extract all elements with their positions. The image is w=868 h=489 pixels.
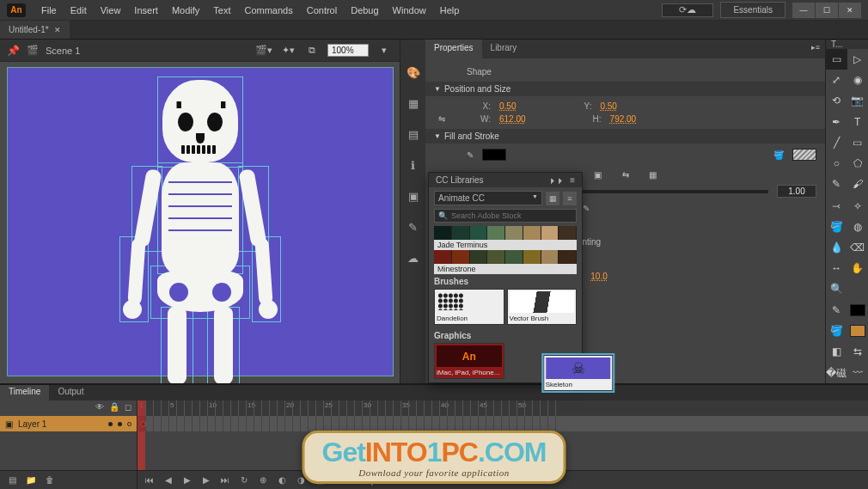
outline-column-icon[interactable]: ◻ bbox=[125, 402, 131, 414]
stroke-color[interactable]: ✎ bbox=[826, 300, 847, 321]
frame-cell[interactable] bbox=[215, 416, 223, 431]
color-panel-icon[interactable]: 🎨 bbox=[405, 64, 422, 81]
fill-color-icon[interactable]: 🪣 bbox=[773, 150, 784, 160]
color-swatch[interactable] bbox=[487, 250, 505, 264]
menu-commands[interactable]: Commands bbox=[237, 2, 299, 19]
bone-tool[interactable]: ⤙ bbox=[826, 196, 847, 217]
frame-cell[interactable] bbox=[501, 416, 509, 431]
stage-canvas[interactable]: ıııııııııı bbox=[7, 67, 394, 376]
sync-settings-icon[interactable]: ⟳☁ bbox=[662, 3, 713, 17]
oval-tool[interactable]: ○ bbox=[826, 153, 847, 174]
frame-cell[interactable] bbox=[354, 416, 362, 431]
frame-cell[interactable] bbox=[346, 416, 354, 431]
frame-cell[interactable] bbox=[238, 416, 246, 431]
new-layer-icon[interactable]: ▤ bbox=[5, 474, 19, 487]
pin-icon[interactable]: 📌 bbox=[7, 45, 20, 57]
frame-cell[interactable] bbox=[199, 416, 207, 431]
frame-cell[interactable] bbox=[478, 416, 486, 431]
frame-cell[interactable] bbox=[362, 416, 370, 431]
symbol-icon[interactable]: ✦▾ bbox=[279, 43, 296, 58]
frame-cell[interactable] bbox=[462, 416, 470, 431]
frame-cell[interactable] bbox=[284, 416, 292, 431]
frame-cell[interactable] bbox=[493, 416, 501, 431]
color-swatch[interactable] bbox=[523, 226, 541, 240]
frame-cell[interactable] bbox=[470, 416, 478, 431]
stroke-color-icon[interactable]: ✎ bbox=[467, 150, 474, 160]
y-value[interactable]: 0.50 bbox=[600, 101, 616, 111]
graphic-tile-skeleton[interactable]: ☠Skeleton bbox=[543, 355, 614, 391]
polystar-tool[interactable]: ⬠ bbox=[847, 153, 869, 174]
snap-icon[interactable]: �磁 bbox=[826, 363, 847, 383]
stroke-value[interactable]: 1.00 bbox=[777, 185, 816, 198]
eyedropper-tool[interactable]: 💧 bbox=[826, 237, 847, 258]
bind-tool[interactable]: ✧ bbox=[847, 196, 869, 217]
menu-view[interactable]: View bbox=[94, 2, 128, 19]
close-button[interactable]: ✕ bbox=[839, 3, 861, 18]
frame-cell[interactable] bbox=[277, 416, 284, 431]
section-position-size[interactable]: Position and Size bbox=[425, 82, 825, 96]
color-swatch[interactable] bbox=[541, 250, 559, 264]
tab-library[interactable]: Library bbox=[482, 40, 526, 58]
edit-scene-icon[interactable]: 🎬▾ bbox=[255, 43, 272, 58]
scene-name[interactable]: Scene 1 bbox=[46, 46, 80, 56]
color-swatch[interactable] bbox=[559, 250, 577, 264]
frame-cell[interactable] bbox=[393, 416, 400, 431]
frame-cell[interactable] bbox=[153, 416, 161, 431]
graphic-tile-devices[interactable]: AniMac, iPad, iPhone... bbox=[434, 343, 504, 379]
line-tool[interactable]: ╱ bbox=[826, 132, 847, 153]
frame-cell[interactable] bbox=[300, 416, 308, 431]
grid-view-icon[interactable]: ▦ bbox=[546, 192, 559, 205]
info-panel-icon[interactable]: ℹ bbox=[405, 156, 422, 174]
lock-column-icon[interactable]: 🔒 bbox=[109, 402, 119, 414]
frame-cell[interactable] bbox=[176, 416, 184, 431]
frame-cell[interactable] bbox=[408, 416, 416, 431]
menu-modify[interactable]: Modify bbox=[165, 2, 206, 19]
frame-cell[interactable] bbox=[261, 416, 269, 431]
align-panel-icon[interactable]: ▤ bbox=[405, 125, 422, 143]
cc-libraries-header[interactable]: CC Libraries ⏵⏵ ≡ bbox=[429, 173, 582, 187]
cc-libraries-panel[interactable]: CC Libraries ⏵⏵ ≡ Animate CC ▦ ≡ 🔍 Searc… bbox=[428, 172, 583, 383]
frame-cell[interactable] bbox=[184, 416, 192, 431]
pen-tool[interactable]: ✒ bbox=[826, 112, 847, 132]
minimize-button[interactable]: — bbox=[792, 3, 815, 18]
frame-cell[interactable] bbox=[145, 416, 153, 431]
swatches-panel-icon[interactable]: ▦ bbox=[405, 95, 422, 112]
fill-color-swatch[interactable] bbox=[847, 321, 869, 341]
width-tool[interactable]: ↔ bbox=[826, 258, 847, 278]
frame-cell[interactable] bbox=[254, 416, 261, 431]
miter-value[interactable]: 10.0 bbox=[579, 271, 619, 282]
selection-tool[interactable]: ▭ bbox=[826, 49, 847, 70]
play-icon[interactable]: ▶ bbox=[180, 474, 194, 487]
transform-panel-icon[interactable]: ▣ bbox=[405, 187, 422, 205]
document-tab[interactable]: Untitled-1* ✕ bbox=[0, 21, 70, 39]
frame-cell[interactable] bbox=[455, 416, 462, 431]
frame-cell[interactable] bbox=[385, 416, 393, 431]
color-swatch[interactable] bbox=[452, 250, 470, 264]
menu-window[interactable]: Window bbox=[386, 2, 433, 19]
default-colors-icon[interactable]: ◧ bbox=[826, 341, 847, 362]
timeline-ruler[interactable]: 15101520253035404550 bbox=[138, 400, 868, 416]
color-swatch[interactable] bbox=[434, 250, 452, 264]
frame-cell[interactable] bbox=[517, 416, 524, 431]
tab-properties[interactable]: Properties bbox=[425, 40, 482, 58]
ink-bottle-tool[interactable]: ◍ bbox=[847, 217, 869, 237]
layer-row[interactable]: ▣ Layer 1 bbox=[0, 416, 137, 431]
fill-color[interactable]: 🪣 bbox=[826, 321, 847, 341]
frame-cell[interactable] bbox=[509, 416, 517, 431]
onion-skin-icon[interactable]: ◐ bbox=[275, 474, 289, 487]
smooth-icon[interactable]: 〰 bbox=[847, 363, 869, 383]
frame-cell[interactable] bbox=[424, 416, 431, 431]
text-tool[interactable]: T bbox=[847, 112, 869, 132]
color-swatch[interactable] bbox=[470, 250, 488, 264]
eraser-tool[interactable]: ⌫ bbox=[847, 237, 869, 258]
color-swatch[interactable] bbox=[452, 226, 470, 240]
color-swatch[interactable] bbox=[541, 226, 559, 240]
section-fill-stroke[interactable]: Fill and Stroke bbox=[425, 129, 825, 144]
frame-cell[interactable] bbox=[400, 416, 408, 431]
frame-cell[interactable] bbox=[331, 416, 339, 431]
h-value[interactable]: 792.00 bbox=[610, 114, 637, 124]
delete-layer-icon[interactable]: 🗑 bbox=[43, 474, 57, 487]
brush-panel-icon[interactable]: ✎ bbox=[405, 218, 422, 235]
color-swatch[interactable] bbox=[559, 226, 577, 240]
menu-text[interactable]: Text bbox=[206, 2, 237, 19]
